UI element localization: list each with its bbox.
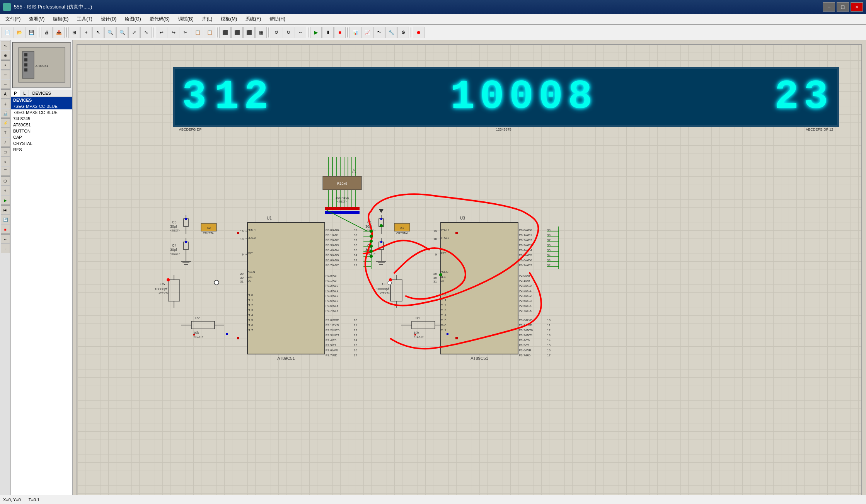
status-bar: X=0, Y=0 T=0.1 xyxy=(0,495,866,504)
toolbar-rotate-l[interactable]: ↺ xyxy=(271,27,282,38)
svg-text:10: 10 xyxy=(547,318,551,322)
menu-template[interactable]: 模板(M) xyxy=(217,15,241,23)
toolbar-rotate-r[interactable]: ↻ xyxy=(283,27,294,38)
tool-junction[interactable]: • xyxy=(1,60,10,70)
tab-p[interactable]: P xyxy=(11,90,20,97)
device-at89c51[interactable]: AT89C51 xyxy=(11,122,72,128)
svg-point-219 xyxy=(388,281,392,285)
toolbar-align-l[interactable]: ⬛ xyxy=(219,27,231,38)
close-button[interactable]: × xyxy=(851,2,863,12)
toolbar-sep-8 xyxy=(411,27,411,37)
toolbar-block[interactable]: ▦ xyxy=(255,27,267,38)
tool-sim-stop[interactable]: ■ xyxy=(1,225,10,234)
toolbar-new[interactable]: 📄 xyxy=(2,27,13,38)
ea-dots xyxy=(214,280,219,285)
svg-text:31: 31 xyxy=(240,280,244,283)
toolbar-pause[interactable]: ⏸ xyxy=(322,27,334,38)
toolbar-cut[interactable]: ✂ xyxy=(180,27,191,38)
tool-arc[interactable]: ⌒ xyxy=(1,167,10,176)
svg-text:30: 30 xyxy=(433,276,437,279)
svg-text:P3.4/T0: P3.4/T0 xyxy=(326,339,337,342)
toolbar-zoom-in[interactable]: 🔍 xyxy=(104,27,116,38)
toolbar-copy[interactable]: 📋 xyxy=(192,27,203,38)
menu-view[interactable]: 查看(V) xyxy=(25,15,48,23)
toolbar-grid[interactable]: ⊞ xyxy=(68,27,80,38)
device-74ls245[interactable]: 74LS245 xyxy=(11,116,72,122)
tool-sim-step[interactable]: ⏭ xyxy=(1,205,10,215)
schematic-canvas[interactable]: 3 1 2 1 0 0 0 8 2 xyxy=(77,44,862,500)
tool-sim-loop[interactable]: 🔄 xyxy=(1,215,10,224)
device-7seg-mpx2[interactable]: 7SEG-MPX2-CC-BLUE xyxy=(11,103,72,109)
tool-rect[interactable]: □ xyxy=(1,147,10,157)
menu-source[interactable]: 源代码(S) xyxy=(146,15,174,23)
tool-label[interactable]: A xyxy=(1,89,10,99)
menu-draw[interactable]: 绘图(G) xyxy=(121,15,145,23)
toolbar-extra1[interactable]: 🔧 xyxy=(385,27,397,38)
device-7seg-mpx8[interactable]: 7SEG-MPX8-CC-BLUE xyxy=(11,109,72,116)
preview-image: AT89C51 xyxy=(13,43,70,87)
tab-l[interactable]: L xyxy=(20,90,29,97)
canvas-area[interactable]: 3 1 2 1 0 0 0 8 2 xyxy=(73,40,866,504)
svg-text:PSEN: PSEN xyxy=(247,270,255,274)
menu-debug[interactable]: 调试(B) xyxy=(174,15,198,23)
tool-generator[interactable]: ⚡ xyxy=(1,118,10,128)
menu-system[interactable]: 系统(Y) xyxy=(242,15,265,23)
menu-design[interactable]: 设计(D) xyxy=(97,15,121,23)
tool-component[interactable]: ⊕ xyxy=(1,51,10,60)
toolbar-record[interactable]: ⏺ xyxy=(413,27,424,38)
toolbar-zoom-out[interactable]: 🔍 xyxy=(116,27,128,38)
toolbar-probe[interactable]: 📊 xyxy=(349,27,361,38)
minimize-button[interactable]: − xyxy=(823,2,835,12)
tool-move-right[interactable]: → xyxy=(1,244,10,253)
tool-circle[interactable]: ○ xyxy=(1,157,10,166)
toolbar-stop[interactable]: ■ xyxy=(334,27,346,38)
toolbar-add[interactable]: + xyxy=(80,27,92,38)
maximize-button[interactable]: □ xyxy=(837,2,849,12)
menu-file[interactable]: 文件(F) xyxy=(2,15,24,23)
tool-marker[interactable]: + xyxy=(1,186,10,195)
tool-move-left[interactable]: ← xyxy=(1,234,10,243)
device-crystal[interactable]: CRYSTAL xyxy=(11,140,72,146)
toolbar-align-c[interactable]: ⬛ xyxy=(231,27,243,38)
tool-text[interactable]: T xyxy=(1,128,10,137)
menu-help[interactable]: 帮助(H) xyxy=(266,15,289,23)
toolbar-zoom-fit[interactable]: ⤢ xyxy=(128,27,140,38)
svg-text:10000pf: 10000pf xyxy=(155,287,167,291)
svg-text:33: 33 xyxy=(354,259,357,262)
svg-text:P1.0: P1.0 xyxy=(247,293,253,297)
toolbar-open[interactable]: 📂 xyxy=(14,27,25,38)
toolbar-scope[interactable]: 📈 xyxy=(361,27,373,38)
tool-line[interactable]: / xyxy=(1,138,10,147)
toolbar-run[interactable]: ▶ xyxy=(310,27,322,38)
tool-bus[interactable]: ═ xyxy=(1,80,10,89)
menu-edit[interactable]: 编辑(E) xyxy=(49,15,72,23)
toolbar-wave[interactable]: 〜 xyxy=(373,27,385,38)
tool-select[interactable]: ↖ xyxy=(1,41,10,50)
toolbar-flip-h[interactable]: ↔ xyxy=(295,27,306,38)
tool-sim-play[interactable]: ▶ xyxy=(1,196,10,205)
svg-text:P1.3: P1.3 xyxy=(247,308,253,312)
toolbar-extra2[interactable]: ⚙ xyxy=(397,27,409,38)
svg-text:P1.4: P1.4 xyxy=(440,313,447,317)
menu-library[interactable]: 库(L) xyxy=(198,15,216,23)
tool-power[interactable]: ⏚ xyxy=(1,99,10,108)
svg-text:35: 35 xyxy=(354,249,357,252)
toolbar-undo[interactable]: ↩ xyxy=(156,27,167,38)
device-res[interactable]: RES xyxy=(11,146,72,153)
tool-probe[interactable]: 🔬 xyxy=(1,109,10,118)
tool-poly[interactable]: ⬡ xyxy=(1,176,10,186)
toolbar-cursor[interactable]: ↖ xyxy=(92,27,104,38)
toolbar-export[interactable]: 📤 xyxy=(53,27,65,38)
device-button[interactable]: BUTTON xyxy=(11,128,72,134)
svg-text:36: 36 xyxy=(354,243,357,247)
toolbar-zoom-area[interactable]: ⤡ xyxy=(140,27,152,38)
tool-wire[interactable]: ─ xyxy=(1,70,10,79)
toolbar-paste[interactable]: 📋 xyxy=(204,27,215,38)
toolbar-align-r[interactable]: ⬛ xyxy=(243,27,255,38)
device-cap[interactable]: CAP xyxy=(11,134,72,140)
svg-rect-191 xyxy=(193,334,195,335)
toolbar-print[interactable]: 🖨 xyxy=(41,27,53,38)
menu-tools[interactable]: 工具(T) xyxy=(73,15,96,23)
toolbar-save[interactable]: 💾 xyxy=(26,27,37,38)
toolbar-redo[interactable]: ↪ xyxy=(168,27,179,38)
